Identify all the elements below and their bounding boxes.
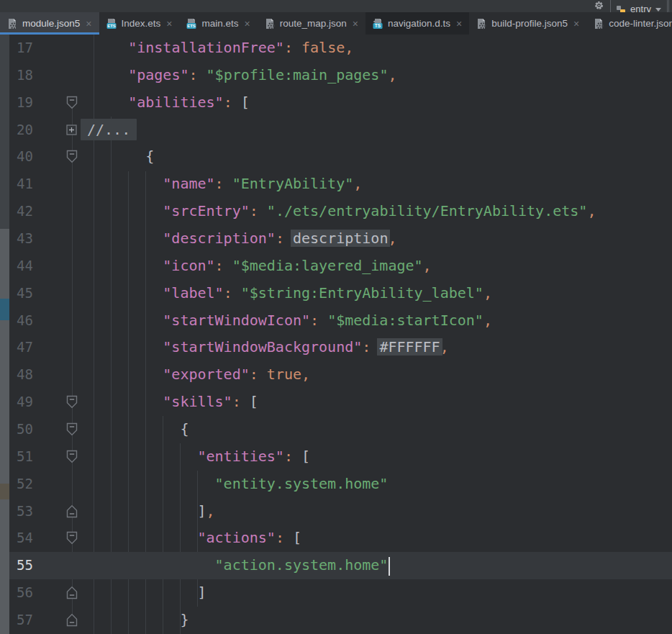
code-text: "installationFree": false, <box>94 35 353 62</box>
token-s: "$media:layered_image" <box>232 257 423 274</box>
code-line-18[interactable]: 18 "pages": "$profile:main_pages", <box>0 62 672 89</box>
fold-marker-open[interactable] <box>66 450 78 463</box>
rail-marker-blue <box>0 299 9 320</box>
token-p: : <box>232 393 241 410</box>
line-number: 57 <box>10 607 33 634</box>
fold-marker-open[interactable] <box>66 531 78 545</box>
close-icon[interactable]: × <box>353 19 358 29</box>
rail-scroll-thumb[interactable] <box>0 229 9 634</box>
fold-marker-collapsed[interactable] <box>66 124 78 138</box>
line-number: 42 <box>10 198 33 225</box>
code-text: //... <box>81 117 137 144</box>
code-editor[interactable]: 17 "installationFree": false,18 "pages":… <box>0 35 672 634</box>
code-line-20[interactable]: 20//... <box>0 117 672 144</box>
token-s: "EntryAbility" <box>232 175 354 192</box>
tab-label: navigation.d.ts <box>388 18 450 29</box>
token-f[interactable]: //... <box>81 119 137 140</box>
token-s: "$string:EntryAbility_label" <box>241 284 483 302</box>
code-text: "icon": "$media:layered_image", <box>94 253 432 280</box>
code-line-44[interactable]: 44 "icon": "$media:layered_image", <box>0 253 672 280</box>
tab-build-profile-json5[interactable]: build-profile.json5 × <box>469 12 586 35</box>
code-line-48[interactable]: 48 "exported": true, <box>0 361 672 389</box>
token-k: "abilities" <box>128 94 223 111</box>
line-number: 53 <box>10 498 33 525</box>
code-line-42[interactable]: 42 "srcEntry": "./ets/entryability/Entry… <box>0 198 672 225</box>
code-line-49[interactable]: 49 "skills": [ <box>0 389 672 416</box>
code-line-56[interactable]: 56 ] <box>0 579 672 607</box>
line-number: 45 <box>10 280 33 307</box>
tab-index-ets[interactable]: ETS Index.ets × <box>99 12 180 35</box>
line-number: 41 <box>10 171 33 198</box>
token-k: "label" <box>163 284 223 302</box>
token-p: : <box>189 66 197 83</box>
code-text: "description": description, <box>94 225 396 253</box>
token-w: true <box>267 366 301 383</box>
token-p: , <box>483 312 492 329</box>
code-text: "pages": "$profile:main_pages", <box>94 62 396 89</box>
token-p: : <box>276 230 284 247</box>
line-number: 56 <box>10 579 33 607</box>
fold-marker-close[interactable] <box>66 586 78 599</box>
token-p: , <box>483 284 492 302</box>
tab-navigation-d-ts[interactable]: TS navigation.d.ts × <box>365 12 469 35</box>
tab-route-map-json[interactable]: route_map.json × <box>258 12 365 35</box>
code-line-45[interactable]: 45 "label": "$string:EntryAbility_label"… <box>0 280 672 307</box>
tab-code-linter-json5[interactable]: code-linter.json5 × <box>586 12 672 35</box>
token-k: "skills" <box>163 393 232 410</box>
code-line-47[interactable]: 47 "startWindowBackground": #FFFFFF, <box>0 334 672 361</box>
token-k: "description" <box>163 230 276 247</box>
run-config-selector[interactable]: entry <box>610 0 668 12</box>
settings-gear-icon[interactable] <box>594 0 604 12</box>
token-p: , <box>388 230 396 247</box>
token-n <box>284 230 293 247</box>
fold-marker-open[interactable] <box>66 395 78 409</box>
fold-marker-close[interactable] <box>66 613 78 627</box>
code-line-51[interactable]: 51 "entities": [ <box>0 443 672 471</box>
token-p: : <box>362 338 371 356</box>
line-number: 43 <box>10 225 33 253</box>
fold-marker-open[interactable] <box>66 150 78 163</box>
tab-main-ets[interactable]: ETS main.ets × <box>179 12 257 35</box>
fold-marker-open[interactable] <box>66 96 78 109</box>
close-icon[interactable]: × <box>456 19 462 29</box>
fold-marker-open[interactable] <box>66 422 78 436</box>
code-line-46[interactable]: 46 "startWindowIcon": "$media:startIcon"… <box>0 307 672 335</box>
token-b: [ <box>250 393 258 410</box>
line-number: 55 <box>10 552 33 579</box>
token-b: { <box>145 148 154 165</box>
token-p: : <box>215 257 224 274</box>
token-b: ] <box>198 502 206 520</box>
json5-config-file-icon <box>476 18 487 30</box>
token-p: , <box>423 257 432 274</box>
tab-module-json5[interactable]: module.json5 × <box>0 12 99 35</box>
fold-marker-close[interactable] <box>66 504 78 518</box>
code-line-54[interactable]: 54 "actions": [ <box>0 525 672 552</box>
code-line-57[interactable]: 57 } <box>0 607 672 634</box>
line-number: 40 <box>10 143 33 171</box>
close-icon[interactable]: × <box>166 19 172 29</box>
code-line-53[interactable]: 53 ], <box>0 498 672 525</box>
code-line-52[interactable]: 52 "entity.system.home" <box>0 471 672 498</box>
tab-label: module.json5 <box>22 18 80 29</box>
line-number: 20 <box>10 117 33 144</box>
token-n <box>198 66 206 83</box>
code-line-55[interactable]: 55 "action.system.home" <box>0 552 672 579</box>
close-icon[interactable]: × <box>245 19 250 29</box>
code-line-50[interactable]: 50 { <box>0 416 672 443</box>
code-line-40[interactable]: 40 { <box>0 143 672 171</box>
token-n <box>319 312 327 329</box>
left-panel-rail[interactable] <box>0 35 9 634</box>
close-icon[interactable]: × <box>573 19 579 29</box>
chevron-down-icon <box>655 8 661 12</box>
code-line-19[interactable]: 19 "abilities": [ <box>0 89 672 117</box>
code-line-43[interactable]: 43 "description": description, <box>0 225 672 253</box>
token-n <box>232 94 241 111</box>
token-k: "pages" <box>128 66 189 83</box>
token-p: : <box>250 366 258 383</box>
code-line-17[interactable]: 17 "installationFree": false, <box>0 35 672 62</box>
code-text: "startWindowBackground": #FFFFFF, <box>94 334 449 361</box>
line-number: 18 <box>10 62 33 89</box>
token-r: description <box>293 230 388 247</box>
close-icon[interactable]: × <box>86 19 91 29</box>
code-line-41[interactable]: 41 "name": "EntryAbility", <box>0 171 672 198</box>
